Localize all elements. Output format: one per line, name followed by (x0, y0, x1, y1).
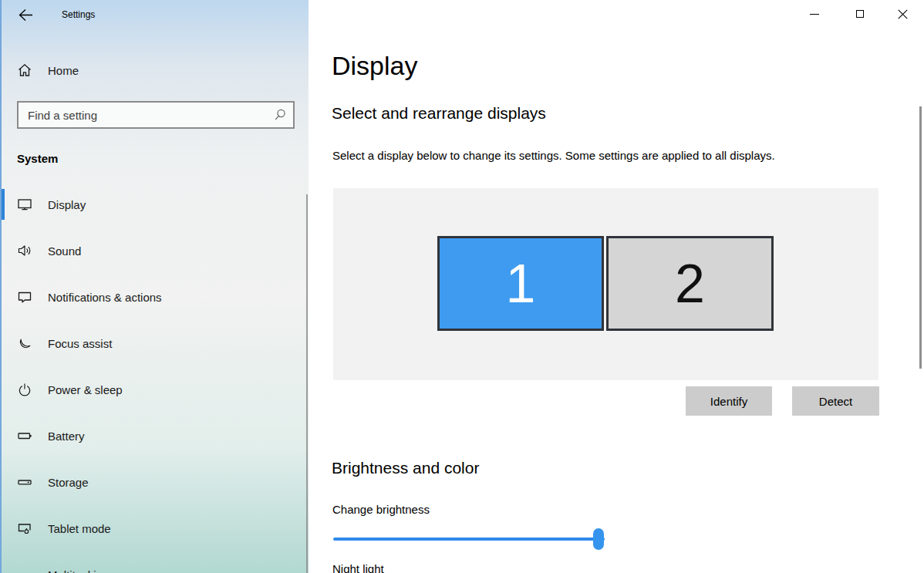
sidebar-item-label: Notifications & actions (48, 291, 162, 304)
maximize-button[interactable] (842, 0, 878, 28)
sidebar-item-label: Sound (48, 244, 81, 258)
sidebar-item-battery[interactable]: Battery (0, 417, 309, 454)
identify-button[interactable]: Identify (686, 386, 772, 416)
back-arrow-icon (19, 8, 33, 22)
sidebar-item-multitasking[interactable]: Multitasking (0, 556, 309, 573)
rearrange-heading: Select and rearrange displays (332, 104, 546, 123)
back-button[interactable] (9, 3, 42, 26)
close-icon (898, 9, 908, 19)
sidebar-section-system: System (17, 152, 58, 165)
sidebar-item-notifications[interactable]: Notifications & actions (0, 278, 309, 315)
display-arrangement-panel: 1 2 (333, 188, 878, 380)
storage-icon (17, 474, 32, 490)
sidebar-item-focus-assist[interactable]: Focus assist (0, 325, 309, 362)
main-content: Display Select and rearrange displays Se… (309, 0, 924, 573)
sidebar-item-label: Battery (48, 430, 85, 443)
brightness-heading: Brightness and color (332, 459, 479, 477)
sidebar-item-label: Power & sleep (48, 383, 123, 396)
monitor-1[interactable]: 1 (437, 236, 604, 331)
content-scrollbar[interactable] (919, 106, 922, 369)
page-title: Display (332, 51, 417, 81)
minimize-button[interactable] (797, 0, 832, 28)
brightness-slider-thumb[interactable] (593, 528, 604, 550)
notifications-icon (17, 289, 32, 305)
sidebar-item-label: Tablet mode (48, 522, 111, 535)
multitasking-icon (17, 567, 32, 573)
brightness-slider-track[interactable] (333, 538, 605, 541)
sidebar: Settings Home System (0, 0, 309, 573)
tablet-mode-icon (17, 521, 32, 536)
monitor-2-number: 2 (675, 257, 705, 311)
display-icon (17, 197, 32, 212)
app-title: Settings (62, 9, 95, 20)
rearrange-description: Select a display below to change its set… (332, 149, 775, 162)
focus-assist-icon (17, 335, 32, 351)
sidebar-item-label: Storage (48, 476, 89, 489)
sidebar-item-sound[interactable]: Sound (0, 232, 309, 269)
sound-icon (17, 243, 32, 258)
sidebar-item-label: Multitasking (48, 568, 109, 573)
sidebar-scrollbar[interactable] (306, 194, 308, 573)
power-icon (17, 382, 32, 397)
monitor-2[interactable]: 2 (606, 236, 774, 331)
home-icon (17, 62, 32, 78)
close-button[interactable] (885, 0, 920, 28)
settings-window: Settings Home System (0, 0, 924, 573)
window-border (0, 0, 2, 573)
battery-icon (17, 428, 32, 443)
sidebar-item-label: Home (48, 64, 79, 77)
sidebar-item-tablet-mode[interactable]: Tablet mode (0, 510, 309, 547)
detect-button[interactable]: Detect (792, 386, 879, 416)
night-light-label: Night light (332, 562, 384, 573)
minimize-icon (810, 14, 819, 15)
search-box (17, 101, 295, 129)
sidebar-item-display[interactable]: Display (0, 186, 309, 223)
change-brightness-label: Change brightness (332, 503, 430, 516)
sidebar-item-storage[interactable]: Storage (0, 463, 309, 501)
sidebar-item-label: Display (48, 198, 86, 211)
sidebar-item-home[interactable]: Home (0, 59, 309, 82)
sidebar-item-label: Focus assist (48, 337, 112, 350)
brightness-slider[interactable] (333, 527, 605, 551)
search-input[interactable] (17, 101, 295, 129)
maximize-icon (856, 10, 864, 18)
sidebar-item-power-sleep[interactable]: Power & sleep (0, 371, 309, 408)
monitor-1-number: 1 (506, 257, 536, 311)
